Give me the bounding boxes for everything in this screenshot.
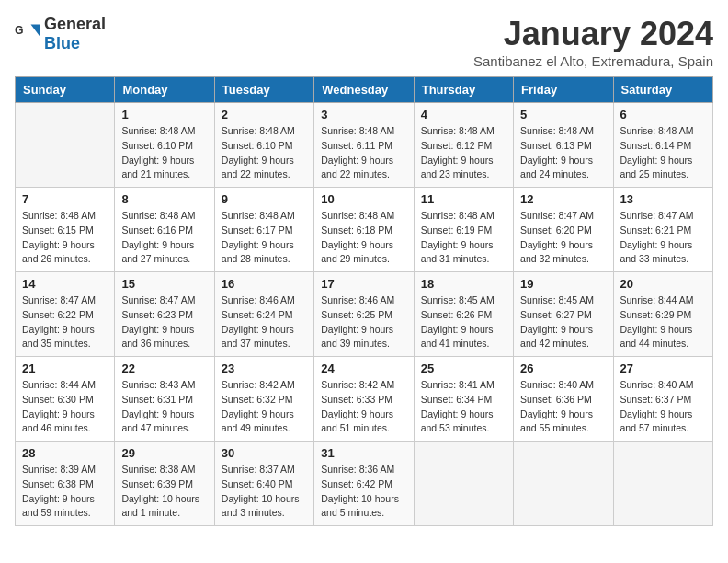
day-detail: Sunrise: 8:42 AMSunset: 6:33 PMDaylight:… <box>321 378 406 436</box>
day-detail: Sunrise: 8:48 AMSunset: 6:18 PMDaylight:… <box>321 209 406 267</box>
logo-icon: G <box>15 21 40 47</box>
calendar-cell: 22Sunrise: 8:43 AMSunset: 6:31 PMDayligh… <box>115 357 214 442</box>
calendar-cell <box>414 442 513 526</box>
title-area: January 2024 Santibanez el Alto, Extrema… <box>473 15 713 69</box>
calendar-cell: 31Sunrise: 8:36 AMSunset: 6:42 PMDayligh… <box>314 442 414 526</box>
calendar-week-2: 7Sunrise: 8:48 AMSunset: 6:15 PMDaylight… <box>16 188 713 272</box>
day-number: 16 <box>222 277 307 291</box>
day-detail: Sunrise: 8:45 AMSunset: 6:26 PMDaylight:… <box>421 293 506 351</box>
day-detail: Sunrise: 8:39 AMSunset: 6:38 PMDaylight:… <box>22 463 108 521</box>
day-detail: Sunrise: 8:47 AMSunset: 6:23 PMDaylight:… <box>121 293 207 351</box>
calendar-cell <box>613 442 712 526</box>
calendar-cell: 27Sunrise: 8:40 AMSunset: 6:37 PMDayligh… <box>613 357 712 442</box>
day-number: 30 <box>222 446 307 460</box>
calendar-cell: 6Sunrise: 8:48 AMSunset: 6:14 PMDaylight… <box>613 103 712 188</box>
calendar-cell: 25Sunrise: 8:41 AMSunset: 6:34 PMDayligh… <box>414 357 513 442</box>
calendar-cell: 10Sunrise: 8:48 AMSunset: 6:18 PMDayligh… <box>314 188 414 272</box>
day-detail: Sunrise: 8:48 AMSunset: 6:12 PMDaylight:… <box>421 124 506 182</box>
calendar-cell: 11Sunrise: 8:48 AMSunset: 6:19 PMDayligh… <box>414 188 513 272</box>
calendar-body: 1Sunrise: 8:48 AMSunset: 6:10 PMDaylight… <box>16 103 713 526</box>
weekday-monday: Monday <box>115 77 214 103</box>
day-number: 9 <box>222 192 307 206</box>
calendar-cell: 17Sunrise: 8:46 AMSunset: 6:25 PMDayligh… <box>314 272 414 357</box>
calendar-cell: 14Sunrise: 8:47 AMSunset: 6:22 PMDayligh… <box>16 272 115 357</box>
day-number: 14 <box>22 277 108 291</box>
day-detail: Sunrise: 8:48 AMSunset: 6:10 PMDaylight:… <box>222 124 307 182</box>
day-detail: Sunrise: 8:40 AMSunset: 6:36 PMDaylight:… <box>520 378 606 436</box>
calendar-cell: 13Sunrise: 8:47 AMSunset: 6:21 PMDayligh… <box>613 188 712 272</box>
day-number: 2 <box>222 108 307 121</box>
day-detail: Sunrise: 8:37 AMSunset: 6:40 PMDaylight:… <box>222 463 307 521</box>
calendar-cell: 8Sunrise: 8:48 AMSunset: 6:16 PMDaylight… <box>115 188 214 272</box>
logo-general: General <box>44 15 106 33</box>
day-number: 18 <box>421 277 506 291</box>
calendar-cell: 18Sunrise: 8:45 AMSunset: 6:26 PMDayligh… <box>414 272 513 357</box>
day-number: 26 <box>520 362 606 375</box>
weekday-friday: Friday <box>514 77 613 103</box>
calendar-cell: 2Sunrise: 8:48 AMSunset: 6:10 PMDaylight… <box>214 103 313 188</box>
day-detail: Sunrise: 8:44 AMSunset: 6:29 PMDaylight:… <box>620 293 706 351</box>
calendar-cell: 29Sunrise: 8:38 AMSunset: 6:39 PMDayligh… <box>115 442 214 526</box>
day-number: 20 <box>620 277 706 291</box>
day-detail: Sunrise: 8:48 AMSunset: 6:17 PMDaylight:… <box>222 209 307 267</box>
calendar-cell: 26Sunrise: 8:40 AMSunset: 6:36 PMDayligh… <box>514 357 613 442</box>
day-number: 28 <box>22 446 108 460</box>
day-number: 10 <box>321 192 406 206</box>
calendar-week-3: 14Sunrise: 8:47 AMSunset: 6:22 PMDayligh… <box>16 272 713 357</box>
calendar-cell <box>514 442 613 526</box>
weekday-header-row: SundayMondayTuesdayWednesdayThursdayFrid… <box>16 77 713 103</box>
weekday-saturday: Saturday <box>613 77 712 103</box>
svg-text:G: G <box>15 24 24 37</box>
svg-marker-1 <box>31 25 41 38</box>
day-detail: Sunrise: 8:47 AMSunset: 6:22 PMDaylight:… <box>22 293 108 351</box>
weekday-thursday: Thursday <box>414 77 513 103</box>
calendar-cell <box>16 103 115 188</box>
day-detail: Sunrise: 8:48 AMSunset: 6:19 PMDaylight:… <box>421 209 506 267</box>
day-detail: Sunrise: 8:44 AMSunset: 6:30 PMDaylight:… <box>22 378 108 436</box>
day-number: 27 <box>620 362 706 375</box>
logo-blue: Blue <box>44 34 80 52</box>
day-detail: Sunrise: 8:48 AMSunset: 6:13 PMDaylight:… <box>520 124 606 182</box>
calendar-cell: 7Sunrise: 8:48 AMSunset: 6:15 PMDaylight… <box>16 188 115 272</box>
calendar-cell: 24Sunrise: 8:42 AMSunset: 6:33 PMDayligh… <box>314 357 414 442</box>
day-detail: Sunrise: 8:36 AMSunset: 6:42 PMDaylight:… <box>321 463 406 521</box>
weekday-wednesday: Wednesday <box>314 77 414 103</box>
day-detail: Sunrise: 8:48 AMSunset: 6:15 PMDaylight:… <box>22 209 108 267</box>
calendar-cell: 16Sunrise: 8:46 AMSunset: 6:24 PMDayligh… <box>214 272 313 357</box>
calendar-cell: 15Sunrise: 8:47 AMSunset: 6:23 PMDayligh… <box>115 272 214 357</box>
day-number: 6 <box>620 108 706 121</box>
day-detail: Sunrise: 8:47 AMSunset: 6:20 PMDaylight:… <box>520 209 606 267</box>
day-number: 5 <box>520 108 606 121</box>
day-detail: Sunrise: 8:40 AMSunset: 6:37 PMDaylight:… <box>620 378 706 436</box>
day-detail: Sunrise: 8:38 AMSunset: 6:39 PMDaylight:… <box>121 463 207 521</box>
day-number: 25 <box>421 362 506 375</box>
day-number: 22 <box>121 362 207 375</box>
day-number: 31 <box>321 446 406 460</box>
calendar-cell: 5Sunrise: 8:48 AMSunset: 6:13 PMDaylight… <box>514 103 613 188</box>
day-number: 17 <box>321 277 406 291</box>
day-number: 7 <box>22 192 108 206</box>
day-number: 11 <box>421 192 506 206</box>
day-detail: Sunrise: 8:46 AMSunset: 6:24 PMDaylight:… <box>222 293 307 351</box>
calendar-cell: 20Sunrise: 8:44 AMSunset: 6:29 PMDayligh… <box>613 272 712 357</box>
day-number: 21 <box>22 362 108 375</box>
calendar-cell: 1Sunrise: 8:48 AMSunset: 6:10 PMDaylight… <box>115 103 214 188</box>
day-detail: Sunrise: 8:48 AMSunset: 6:16 PMDaylight:… <box>121 209 207 267</box>
day-detail: Sunrise: 8:48 AMSunset: 6:10 PMDaylight:… <box>121 124 207 182</box>
calendar-cell: 3Sunrise: 8:48 AMSunset: 6:11 PMDaylight… <box>314 103 414 188</box>
calendar-cell: 28Sunrise: 8:39 AMSunset: 6:38 PMDayligh… <box>16 442 115 526</box>
day-number: 4 <box>421 108 506 121</box>
day-detail: Sunrise: 8:43 AMSunset: 6:31 PMDaylight:… <box>121 378 207 436</box>
day-number: 29 <box>121 446 207 460</box>
calendar-cell: 23Sunrise: 8:42 AMSunset: 6:32 PMDayligh… <box>214 357 313 442</box>
weekday-sunday: Sunday <box>16 77 115 103</box>
day-number: 1 <box>121 108 207 121</box>
day-detail: Sunrise: 8:41 AMSunset: 6:34 PMDaylight:… <box>421 378 506 436</box>
day-detail: Sunrise: 8:45 AMSunset: 6:27 PMDaylight:… <box>520 293 606 351</box>
calendar-cell: 21Sunrise: 8:44 AMSunset: 6:30 PMDayligh… <box>16 357 115 442</box>
calendar-week-5: 28Sunrise: 8:39 AMSunset: 6:38 PMDayligh… <box>16 442 713 526</box>
day-detail: Sunrise: 8:48 AMSunset: 6:11 PMDaylight:… <box>321 124 406 182</box>
calendar-table: SundayMondayTuesdayWednesdayThursdayFrid… <box>15 76 713 526</box>
calendar-week-1: 1Sunrise: 8:48 AMSunset: 6:10 PMDaylight… <box>16 103 713 188</box>
day-number: 12 <box>520 192 606 206</box>
